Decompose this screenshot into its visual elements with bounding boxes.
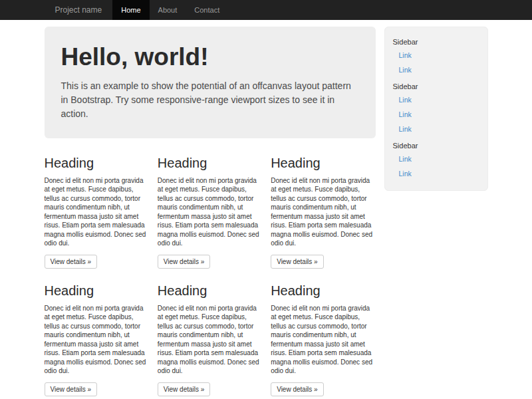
sidebar: Sidebar Link Link Sidebar Link Link Link… bbox=[384, 27, 488, 191]
jumbotron-title: Hello, world! bbox=[61, 44, 359, 71]
view-details-button[interactable]: View details » bbox=[45, 382, 98, 396]
main-column: Hello, world! This is an example to show… bbox=[45, 27, 376, 399]
card-body: Donec id elit non mi porta gravida at eg… bbox=[271, 176, 375, 248]
card-heading: Heading bbox=[271, 283, 375, 299]
sidebar-group-3: Sidebar Link Link bbox=[385, 142, 487, 181]
cards-row-1: Heading Donec id elit non mi porta gravi… bbox=[45, 152, 376, 269]
sidebar-link[interactable]: Link bbox=[385, 92, 487, 107]
nav-item-contact: Contact bbox=[186, 0, 228, 20]
view-details-button[interactable]: View details » bbox=[158, 255, 211, 269]
card-body: Donec id elit non mi porta gravida at eg… bbox=[271, 304, 375, 376]
sidebar-link[interactable]: Link bbox=[385, 152, 487, 166]
sidebar-group-1: Sidebar Link Link bbox=[385, 38, 487, 77]
card-heading: Heading bbox=[271, 156, 375, 171]
card-body: Donec id elit non mi porta gravida at eg… bbox=[45, 176, 149, 248]
card-body: Donec id elit non mi porta gravida at eg… bbox=[158, 304, 262, 376]
navbar-container: Project name Home About Contact bbox=[45, 0, 488, 20]
card-heading: Heading bbox=[158, 283, 262, 299]
nav-link-contact[interactable]: Contact bbox=[186, 0, 228, 20]
card: Heading Donec id elit non mi porta gravi… bbox=[45, 279, 149, 396]
navbar-menu: Home About Contact bbox=[112, 0, 228, 20]
card-heading: Heading bbox=[45, 283, 149, 299]
sidebar-link[interactable]: Link bbox=[385, 48, 487, 63]
page-container: Hello, world! This is an example to show… bbox=[45, 20, 488, 399]
sidebar-group-2: Sidebar Link Link Link bbox=[385, 82, 487, 136]
card-body: Donec id elit non mi porta gravida at eg… bbox=[45, 304, 149, 376]
content-row: Hello, world! This is an example to show… bbox=[45, 27, 488, 399]
navbar-brand[interactable]: Project name bbox=[45, 0, 113, 20]
card: Heading Donec id elit non mi porta gravi… bbox=[271, 152, 375, 269]
sidebar-link[interactable]: Link bbox=[385, 63, 487, 77]
view-details-button[interactable]: View details » bbox=[158, 382, 211, 396]
nav-link-about[interactable]: About bbox=[150, 0, 186, 20]
navbar: Project name Home About Contact bbox=[0, 0, 532, 20]
cards-row-2: Heading Donec id elit non mi porta gravi… bbox=[45, 279, 376, 396]
nav-item-about: About bbox=[150, 0, 186, 20]
card: Heading Donec id elit non mi porta gravi… bbox=[271, 279, 375, 396]
sidebar-link[interactable]: Link bbox=[385, 166, 487, 181]
card-heading: Heading bbox=[45, 156, 149, 171]
card-body: Donec id elit non mi porta gravida at eg… bbox=[158, 176, 262, 248]
sidebar-link[interactable]: Link bbox=[385, 122, 487, 136]
view-details-button[interactable]: View details » bbox=[45, 255, 98, 269]
card: Heading Donec id elit non mi porta gravi… bbox=[158, 279, 262, 396]
card: Heading Donec id elit non mi porta gravi… bbox=[158, 152, 262, 269]
sidebar-heading: Sidebar bbox=[385, 142, 487, 150]
jumbotron-text: This is an example to show the potential… bbox=[61, 79, 359, 121]
nav-link-home[interactable]: Home bbox=[112, 0, 149, 20]
sidebar-heading: Sidebar bbox=[385, 82, 487, 90]
sidebar-link[interactable]: Link bbox=[385, 107, 487, 122]
jumbotron: Hello, world! This is an example to show… bbox=[45, 27, 376, 138]
sidebar-heading: Sidebar bbox=[385, 38, 487, 46]
card-heading: Heading bbox=[158, 156, 262, 171]
card: Heading Donec id elit non mi porta gravi… bbox=[45, 152, 149, 269]
view-details-button[interactable]: View details » bbox=[271, 382, 324, 396]
nav-item-home: Home bbox=[112, 0, 149, 20]
view-details-button[interactable]: View details » bbox=[271, 255, 324, 269]
